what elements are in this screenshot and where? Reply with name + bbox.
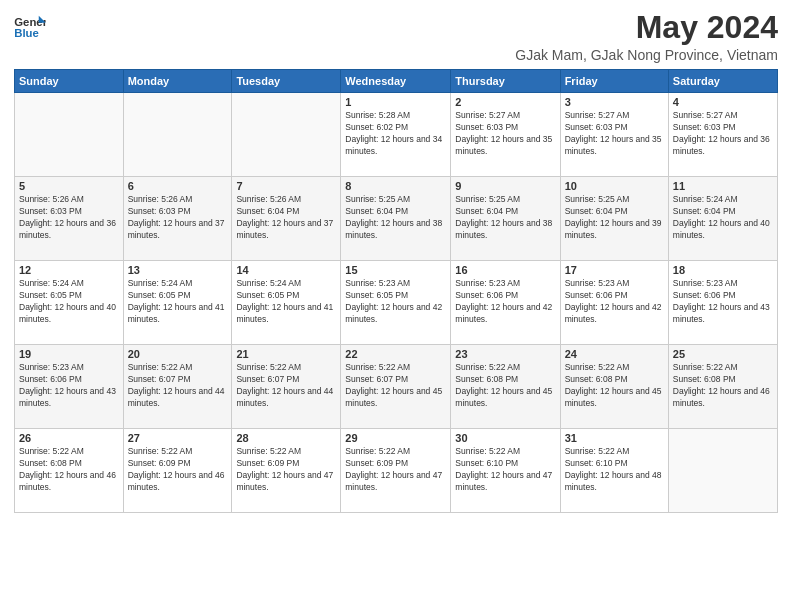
- day-number: 14: [236, 264, 336, 276]
- table-cell: 24Sunrise: 5:22 AMSunset: 6:08 PMDayligh…: [560, 345, 668, 429]
- day-info: Sunrise: 5:26 AMSunset: 6:04 PMDaylight:…: [236, 194, 336, 242]
- day-info: Sunrise: 5:24 AMSunset: 6:05 PMDaylight:…: [19, 278, 119, 326]
- day-info: Sunrise: 5:27 AMSunset: 6:03 PMDaylight:…: [673, 110, 773, 158]
- day-number: 3: [565, 96, 664, 108]
- col-friday: Friday: [560, 70, 668, 93]
- table-cell: 20Sunrise: 5:22 AMSunset: 6:07 PMDayligh…: [123, 345, 232, 429]
- calendar-page: General Blue May 2024 GJak Mam, GJak Non…: [0, 0, 792, 612]
- day-number: 9: [455, 180, 555, 192]
- table-cell: 4Sunrise: 5:27 AMSunset: 6:03 PMDaylight…: [668, 93, 777, 177]
- day-number: 1: [345, 96, 446, 108]
- day-info: Sunrise: 5:23 AMSunset: 6:06 PMDaylight:…: [565, 278, 664, 326]
- day-number: 4: [673, 96, 773, 108]
- table-cell: 11Sunrise: 5:24 AMSunset: 6:04 PMDayligh…: [668, 177, 777, 261]
- day-info: Sunrise: 5:26 AMSunset: 6:03 PMDaylight:…: [19, 194, 119, 242]
- table-cell: 19Sunrise: 5:23 AMSunset: 6:06 PMDayligh…: [15, 345, 124, 429]
- week-row-2: 12Sunrise: 5:24 AMSunset: 6:05 PMDayligh…: [15, 261, 778, 345]
- day-info: Sunrise: 5:22 AMSunset: 6:10 PMDaylight:…: [455, 446, 555, 494]
- day-info: Sunrise: 5:22 AMSunset: 6:08 PMDaylight:…: [19, 446, 119, 494]
- table-cell: 16Sunrise: 5:23 AMSunset: 6:06 PMDayligh…: [451, 261, 560, 345]
- table-cell: 25Sunrise: 5:22 AMSunset: 6:08 PMDayligh…: [668, 345, 777, 429]
- table-cell: 17Sunrise: 5:23 AMSunset: 6:06 PMDayligh…: [560, 261, 668, 345]
- col-sunday: Sunday: [15, 70, 124, 93]
- day-info: Sunrise: 5:23 AMSunset: 6:05 PMDaylight:…: [345, 278, 446, 326]
- day-number: 26: [19, 432, 119, 444]
- day-number: 13: [128, 264, 228, 276]
- table-cell: [668, 429, 777, 513]
- table-cell: 8Sunrise: 5:25 AMSunset: 6:04 PMDaylight…: [341, 177, 451, 261]
- day-number: 10: [565, 180, 664, 192]
- day-info: Sunrise: 5:22 AMSunset: 6:08 PMDaylight:…: [673, 362, 773, 410]
- title-block: May 2024 GJak Mam, GJak Nong Province, V…: [515, 10, 778, 63]
- day-info: Sunrise: 5:24 AMSunset: 6:05 PMDaylight:…: [128, 278, 228, 326]
- week-row-1: 5Sunrise: 5:26 AMSunset: 6:03 PMDaylight…: [15, 177, 778, 261]
- table-cell: 10Sunrise: 5:25 AMSunset: 6:04 PMDayligh…: [560, 177, 668, 261]
- day-info: Sunrise: 5:25 AMSunset: 6:04 PMDaylight:…: [565, 194, 664, 242]
- day-info: Sunrise: 5:22 AMSunset: 6:08 PMDaylight:…: [565, 362, 664, 410]
- day-number: 30: [455, 432, 555, 444]
- table-cell: 12Sunrise: 5:24 AMSunset: 6:05 PMDayligh…: [15, 261, 124, 345]
- col-wednesday: Wednesday: [341, 70, 451, 93]
- day-number: 15: [345, 264, 446, 276]
- col-tuesday: Tuesday: [232, 70, 341, 93]
- day-info: Sunrise: 5:22 AMSunset: 6:09 PMDaylight:…: [128, 446, 228, 494]
- day-number: 23: [455, 348, 555, 360]
- day-info: Sunrise: 5:22 AMSunset: 6:09 PMDaylight:…: [236, 446, 336, 494]
- day-number: 28: [236, 432, 336, 444]
- day-info: Sunrise: 5:22 AMSunset: 6:08 PMDaylight:…: [455, 362, 555, 410]
- table-cell: 3Sunrise: 5:27 AMSunset: 6:03 PMDaylight…: [560, 93, 668, 177]
- day-number: 25: [673, 348, 773, 360]
- day-number: 22: [345, 348, 446, 360]
- day-info: Sunrise: 5:22 AMSunset: 6:07 PMDaylight:…: [236, 362, 336, 410]
- day-number: 17: [565, 264, 664, 276]
- day-info: Sunrise: 5:23 AMSunset: 6:06 PMDaylight:…: [673, 278, 773, 326]
- day-info: Sunrise: 5:28 AMSunset: 6:02 PMDaylight:…: [345, 110, 446, 158]
- day-info: Sunrise: 5:23 AMSunset: 6:06 PMDaylight:…: [19, 362, 119, 410]
- table-cell: 5Sunrise: 5:26 AMSunset: 6:03 PMDaylight…: [15, 177, 124, 261]
- day-info: Sunrise: 5:25 AMSunset: 6:04 PMDaylight:…: [345, 194, 446, 242]
- day-info: Sunrise: 5:22 AMSunset: 6:07 PMDaylight:…: [128, 362, 228, 410]
- table-cell: 6Sunrise: 5:26 AMSunset: 6:03 PMDaylight…: [123, 177, 232, 261]
- day-number: 18: [673, 264, 773, 276]
- day-number: 19: [19, 348, 119, 360]
- day-number: 6: [128, 180, 228, 192]
- week-row-4: 26Sunrise: 5:22 AMSunset: 6:08 PMDayligh…: [15, 429, 778, 513]
- day-number: 7: [236, 180, 336, 192]
- table-cell: 29Sunrise: 5:22 AMSunset: 6:09 PMDayligh…: [341, 429, 451, 513]
- day-info: Sunrise: 5:26 AMSunset: 6:03 PMDaylight:…: [128, 194, 228, 242]
- table-cell: 21Sunrise: 5:22 AMSunset: 6:07 PMDayligh…: [232, 345, 341, 429]
- day-info: Sunrise: 5:22 AMSunset: 6:09 PMDaylight:…: [345, 446, 446, 494]
- day-info: Sunrise: 5:23 AMSunset: 6:06 PMDaylight:…: [455, 278, 555, 326]
- table-cell: 31Sunrise: 5:22 AMSunset: 6:10 PMDayligh…: [560, 429, 668, 513]
- table-cell: 14Sunrise: 5:24 AMSunset: 6:05 PMDayligh…: [232, 261, 341, 345]
- table-cell: 30Sunrise: 5:22 AMSunset: 6:10 PMDayligh…: [451, 429, 560, 513]
- subtitle: GJak Mam, GJak Nong Province, Vietnam: [515, 47, 778, 63]
- day-number: 21: [236, 348, 336, 360]
- day-number: 11: [673, 180, 773, 192]
- day-number: 29: [345, 432, 446, 444]
- day-info: Sunrise: 5:22 AMSunset: 6:07 PMDaylight:…: [345, 362, 446, 410]
- day-number: 16: [455, 264, 555, 276]
- table-cell: 23Sunrise: 5:22 AMSunset: 6:08 PMDayligh…: [451, 345, 560, 429]
- table-cell: 9Sunrise: 5:25 AMSunset: 6:04 PMDaylight…: [451, 177, 560, 261]
- table-cell: [15, 93, 124, 177]
- col-monday: Monday: [123, 70, 232, 93]
- col-saturday: Saturday: [668, 70, 777, 93]
- table-cell: 22Sunrise: 5:22 AMSunset: 6:07 PMDayligh…: [341, 345, 451, 429]
- day-number: 2: [455, 96, 555, 108]
- svg-text:Blue: Blue: [14, 27, 39, 39]
- calendar-table: Sunday Monday Tuesday Wednesday Thursday…: [14, 69, 778, 513]
- day-info: Sunrise: 5:27 AMSunset: 6:03 PMDaylight:…: [565, 110, 664, 158]
- day-number: 27: [128, 432, 228, 444]
- day-info: Sunrise: 5:27 AMSunset: 6:03 PMDaylight:…: [455, 110, 555, 158]
- day-number: 24: [565, 348, 664, 360]
- day-info: Sunrise: 5:24 AMSunset: 6:05 PMDaylight:…: [236, 278, 336, 326]
- col-thursday: Thursday: [451, 70, 560, 93]
- week-row-3: 19Sunrise: 5:23 AMSunset: 6:06 PMDayligh…: [15, 345, 778, 429]
- table-cell: 26Sunrise: 5:22 AMSunset: 6:08 PMDayligh…: [15, 429, 124, 513]
- week-row-0: 1Sunrise: 5:28 AMSunset: 6:02 PMDaylight…: [15, 93, 778, 177]
- day-info: Sunrise: 5:24 AMSunset: 6:04 PMDaylight:…: [673, 194, 773, 242]
- main-title: May 2024: [515, 10, 778, 45]
- logo-icon: General Blue: [14, 14, 46, 42]
- day-number: 31: [565, 432, 664, 444]
